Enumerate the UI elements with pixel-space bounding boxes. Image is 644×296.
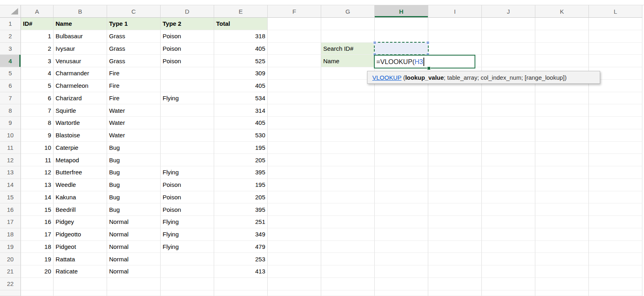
cell-B16[interactable]: Beedrill bbox=[54, 203, 107, 216]
cell-I11[interactable] bbox=[428, 142, 482, 154]
cell-F21[interactable] bbox=[268, 265, 321, 278]
cell-K16[interactable] bbox=[535, 203, 589, 216]
row-header-14[interactable]: 14 bbox=[0, 179, 21, 191]
cell-I2[interactable] bbox=[428, 30, 482, 43]
cell-L12[interactable] bbox=[589, 154, 642, 166]
cell-K12[interactable] bbox=[535, 154, 589, 166]
cell-J4[interactable] bbox=[482, 55, 535, 67]
cell-J17[interactable] bbox=[482, 216, 535, 228]
cell-F22[interactable] bbox=[268, 278, 321, 290]
cell-F1[interactable] bbox=[268, 18, 321, 30]
cell-K1[interactable] bbox=[535, 18, 589, 30]
cell-H19[interactable] bbox=[375, 241, 428, 253]
cell-H18[interactable] bbox=[375, 228, 428, 241]
cell-J14[interactable] bbox=[482, 179, 535, 191]
cell-C21[interactable]: Normal bbox=[107, 265, 161, 278]
row-header-18[interactable]: 18 bbox=[0, 228, 21, 241]
cell-I3[interactable] bbox=[428, 43, 482, 55]
column-header-J[interactable]: J bbox=[482, 5, 535, 18]
cell-E21[interactable]: 413 bbox=[214, 265, 268, 278]
cell-C17[interactable]: Normal bbox=[107, 216, 161, 228]
row-header-10[interactable]: 10 bbox=[0, 129, 21, 142]
cell-I22[interactable] bbox=[428, 278, 482, 290]
cell-G9[interactable] bbox=[321, 117, 375, 129]
cell-D5[interactable] bbox=[161, 67, 214, 80]
cell-B10[interactable]: Blastoise bbox=[54, 129, 107, 142]
cell-C3[interactable]: Grass bbox=[107, 43, 161, 55]
cell-I17[interactable] bbox=[428, 216, 482, 228]
cell-D4[interactable]: Poison bbox=[161, 55, 214, 67]
cell-C4[interactable]: Grass bbox=[107, 55, 161, 67]
column-header-K[interactable]: K bbox=[535, 5, 589, 18]
cell-A3[interactable]: 2 bbox=[21, 43, 54, 55]
cell-D17[interactable]: Flying bbox=[161, 216, 214, 228]
cell-F4[interactable] bbox=[268, 55, 321, 67]
cell-B17[interactable]: Pidgey bbox=[54, 216, 107, 228]
cell-J7[interactable] bbox=[482, 92, 535, 105]
cell-I9[interactable] bbox=[428, 117, 482, 129]
cell-A14[interactable]: 13 bbox=[21, 179, 54, 191]
cell-D13[interactable]: Flying bbox=[161, 166, 214, 179]
cell-J8[interactable] bbox=[482, 104, 535, 117]
cell-B14[interactable]: Weedle bbox=[54, 179, 107, 191]
cell-A17[interactable]: 16 bbox=[21, 216, 54, 228]
cell-H21[interactable] bbox=[375, 265, 428, 278]
cell-E10[interactable]: 530 bbox=[214, 129, 268, 142]
cell-E20[interactable]: 253 bbox=[214, 253, 268, 265]
cell-C19[interactable]: Normal bbox=[107, 241, 161, 253]
cell-K22[interactable] bbox=[535, 278, 589, 290]
cell-D7[interactable]: Flying bbox=[161, 92, 214, 105]
cell-G1[interactable] bbox=[321, 18, 375, 30]
cell-A18[interactable]: 17 bbox=[21, 228, 54, 241]
cell-A6[interactable]: 5 bbox=[21, 80, 54, 92]
row-header-6[interactable]: 6 bbox=[0, 80, 21, 92]
cell-F15[interactable] bbox=[268, 191, 321, 204]
cell-D10[interactable] bbox=[161, 129, 214, 142]
cell-B13[interactable]: Butterfree bbox=[54, 166, 107, 179]
cell-G7[interactable] bbox=[321, 92, 375, 105]
cell-J3[interactable] bbox=[482, 43, 535, 55]
cell-K2[interactable] bbox=[535, 30, 589, 43]
cell-K21[interactable] bbox=[535, 265, 589, 278]
cell-J15[interactable] bbox=[482, 191, 535, 204]
cell-E17[interactable]: 251 bbox=[214, 216, 268, 228]
cell-K17[interactable] bbox=[535, 216, 589, 228]
cell-L1[interactable] bbox=[589, 18, 642, 30]
cell-E5[interactable]: 309 bbox=[214, 67, 268, 80]
vlookup-help-link[interactable]: VLOOKUP bbox=[372, 74, 402, 81]
cell-L16[interactable] bbox=[589, 203, 642, 216]
row-header-16[interactable]: 16 bbox=[0, 203, 21, 216]
cell-I23[interactable] bbox=[428, 290, 482, 296]
cell-F5[interactable] bbox=[268, 67, 321, 80]
cell-G21[interactable] bbox=[321, 265, 375, 278]
cell-D6[interactable] bbox=[161, 80, 214, 92]
cell-A15[interactable]: 14 bbox=[21, 191, 54, 204]
cell-I1[interactable] bbox=[428, 18, 482, 30]
cell-D3[interactable]: Poison bbox=[161, 43, 214, 55]
cell-H15[interactable] bbox=[375, 191, 428, 204]
cell-H16[interactable] bbox=[375, 203, 428, 216]
cell-J1[interactable] bbox=[482, 18, 535, 30]
cell-B2[interactable]: Bulbasaur bbox=[54, 30, 107, 43]
row-header-2[interactable]: 2 bbox=[0, 30, 21, 43]
column-header-H[interactable]: H bbox=[375, 5, 428, 18]
cell-G12[interactable] bbox=[321, 154, 375, 166]
cell-A11[interactable]: 10 bbox=[21, 142, 54, 154]
cell-C13[interactable]: Bug bbox=[107, 166, 161, 179]
cell-J2[interactable] bbox=[482, 30, 535, 43]
cell-L4[interactable] bbox=[589, 55, 642, 67]
cell-F20[interactable] bbox=[268, 253, 321, 265]
cell-K14[interactable] bbox=[535, 179, 589, 191]
column-header-I[interactable]: I bbox=[428, 5, 482, 18]
cell-H8[interactable] bbox=[375, 104, 428, 117]
cell-D14[interactable]: Poison bbox=[161, 179, 214, 191]
cell-L23[interactable] bbox=[589, 290, 642, 296]
cell-C6[interactable]: Fire bbox=[107, 80, 161, 92]
cell-F16[interactable] bbox=[268, 203, 321, 216]
cell-D9[interactable] bbox=[161, 117, 214, 129]
cell-K18[interactable] bbox=[535, 228, 589, 241]
cell-I13[interactable] bbox=[428, 166, 482, 179]
cell-G2[interactable] bbox=[321, 30, 375, 43]
cell-L22[interactable] bbox=[589, 278, 642, 290]
cell-L9[interactable] bbox=[589, 117, 642, 129]
